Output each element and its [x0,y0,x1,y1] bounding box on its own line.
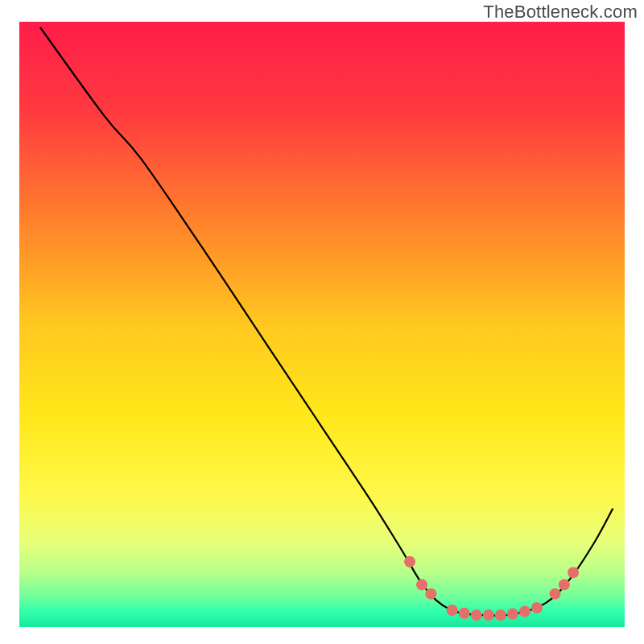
highlight-dot [531,602,543,613]
highlight-dot [519,605,530,617]
highlight-dot [459,608,470,619]
highlight-dot [404,556,415,568]
highlight-dot [425,588,436,600]
bottleneck-chart [0,0,644,644]
highlight-dot [483,609,494,621]
highlight-dot [507,608,518,619]
highlight-dot [471,609,482,621]
chart-frame: TheBottleneck.com [0,0,644,644]
highlight-dot [559,579,570,590]
highlight-dot [447,605,458,616]
highlight-dot [416,579,427,590]
highlight-dot [495,609,506,621]
watermark-text: TheBottleneck.com [483,2,638,23]
highlight-dot [550,588,561,600]
gradient-background [19,22,625,627]
highlight-dot [568,567,579,578]
